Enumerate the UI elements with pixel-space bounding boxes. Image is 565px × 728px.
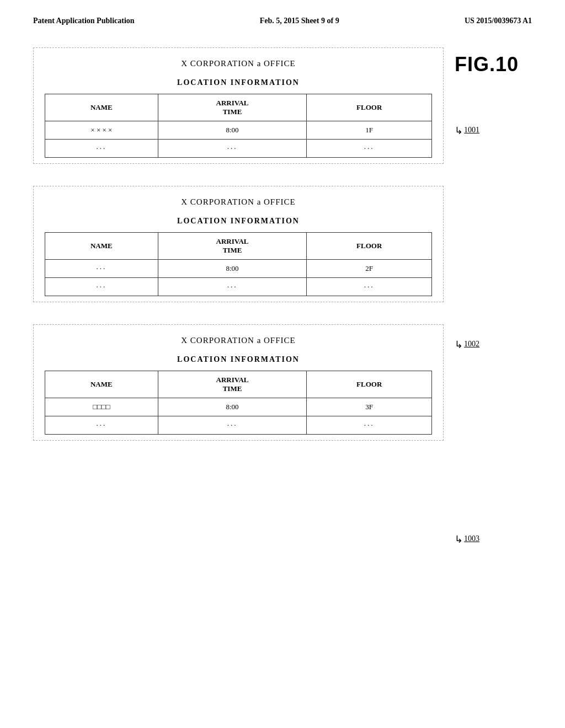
row1-name-1002: ··· <box>45 260 158 278</box>
table-row: ··· 8:00 2F <box>45 260 432 278</box>
fig-label: FIG.10 <box>455 53 519 76</box>
col-arrival-1001: ARRIVALTIME <box>158 94 307 121</box>
box-subtitle-1001: LOCATION INFORMATION <box>45 78 432 87</box>
col-arrival-1003: ARRIVALTIME <box>158 371 307 398</box>
box-subtitle-1002: LOCATION INFORMATION <box>45 217 432 226</box>
info-table-1003: NAME ARRIVALTIME FLOOR □□□□ 8:00 3F ··· … <box>45 371 432 435</box>
table-header-row-1001: NAME ARRIVALTIME FLOOR <box>45 94 432 121</box>
ref-number-1003: 1003 <box>464 534 479 543</box>
page-header: Patent Application Publication Feb. 5, 2… <box>0 0 565 36</box>
row2-name-1001: ··· <box>45 140 158 158</box>
col-name-1003: NAME <box>45 371 158 398</box>
location-box-1001: X CORPORATION a OFFICE LOCATION INFORMAT… <box>33 47 444 164</box>
header-right: US 2015/0039673 A1 <box>465 17 532 25</box>
location-box-1003: X CORPORATION a OFFICE LOCATION INFORMAT… <box>33 324 444 441</box>
row2-floor-1003: ··· <box>307 416 432 435</box>
table-row: □□□□ 8:00 3F <box>45 398 432 416</box>
row2-name-1002: ··· <box>45 278 158 296</box>
ref-arrow-1001: ↲ <box>455 126 463 136</box>
col-floor-1003: FLOOR <box>307 371 432 398</box>
row2-arrival-1002: ··· <box>158 278 307 296</box>
main-content: X CORPORATION a OFFICE LOCATION INFORMAT… <box>0 36 565 558</box>
row2-arrival-1003: ··· <box>158 416 307 435</box>
labels-column: FIG.10 ↲ 1001 ↲ 1002 ↲ 1003 <box>444 47 532 547</box>
row1-arrival-1002: 8:00 <box>158 260 307 278</box>
col-floor-1002: FLOOR <box>307 233 432 260</box>
location-box-1002: X CORPORATION a OFFICE LOCATION INFORMAT… <box>33 186 444 302</box>
box-title-1001: X CORPORATION a OFFICE <box>45 59 432 68</box>
box-title-1003: X CORPORATION a OFFICE <box>45 336 432 345</box>
ref-1001: ↲ 1001 <box>455 126 479 136</box>
row1-floor-1002: 2F <box>307 260 432 278</box>
row1-floor-1003: 3F <box>307 398 432 416</box>
table-row: ··· ··· ··· <box>45 140 432 158</box>
row1-floor-1001: 1F <box>307 121 432 140</box>
header-middle: Feb. 5, 2015 Sheet 9 of 9 <box>260 17 339 25</box>
row2-arrival-1001: ··· <box>158 140 307 158</box>
row1-name-1001: × × × × <box>45 121 158 140</box>
box-subtitle-1003: LOCATION INFORMATION <box>45 355 432 364</box>
row1-arrival-1001: 8:00 <box>158 121 307 140</box>
table-row: ··· ··· ··· <box>45 278 432 296</box>
ref-1002: ↲ 1002 <box>455 340 479 350</box>
info-table-1001: NAME ARRIVALTIME FLOOR × × × × 8:00 1F ·… <box>45 94 432 158</box>
box-title-1002: X CORPORATION a OFFICE <box>45 197 432 207</box>
col-arrival-1002: ARRIVALTIME <box>158 233 307 260</box>
ref-1003: ↲ 1003 <box>455 534 479 544</box>
ref-arrow-1003: ↲ <box>455 534 463 544</box>
ref-number-1002: 1002 <box>464 340 479 349</box>
row1-name-1003: □□□□ <box>45 398 158 416</box>
table-header-row-1002: NAME ARRIVALTIME FLOOR <box>45 233 432 260</box>
row2-floor-1001: ··· <box>307 140 432 158</box>
info-table-1002: NAME ARRIVALTIME FLOOR ··· 8:00 2F ··· ·… <box>45 232 432 296</box>
header-left: Patent Application Publication <box>33 17 135 25</box>
table-row: ··· ··· ··· <box>45 416 432 435</box>
col-name-1002: NAME <box>45 233 158 260</box>
col-floor-1001: FLOOR <box>307 94 432 121</box>
figures-column: X CORPORATION a OFFICE LOCATION INFORMAT… <box>33 47 444 547</box>
ref-number-1001: 1001 <box>464 126 479 135</box>
row2-floor-1002: ··· <box>307 278 432 296</box>
row2-name-1003: ··· <box>45 416 158 435</box>
table-row: × × × × 8:00 1F <box>45 121 432 140</box>
table-header-row-1003: NAME ARRIVALTIME FLOOR <box>45 371 432 398</box>
row1-arrival-1003: 8:00 <box>158 398 307 416</box>
ref-arrow-1002: ↲ <box>455 340 463 350</box>
col-name-1001: NAME <box>45 94 158 121</box>
